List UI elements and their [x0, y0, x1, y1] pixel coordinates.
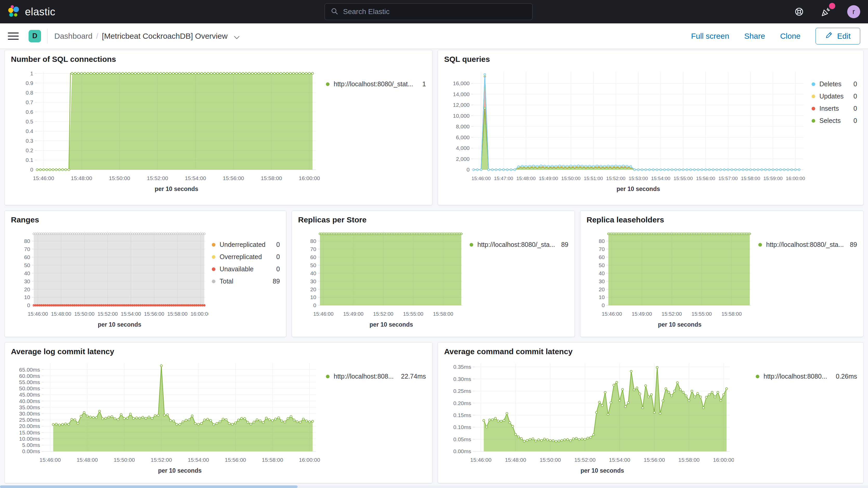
- chart-sql-connections[interactable]: 00.10.20.30.40.50.60.70.80.9115:46:0015:…: [11, 66, 320, 196]
- svg-text:65.00ms: 65.00ms: [19, 367, 40, 373]
- svg-text:15:50:00: 15:50:00: [109, 175, 130, 181]
- horizontal-scrollbar[interactable]: [0, 485, 868, 488]
- svg-text:16:00:00: 16:00:00: [713, 457, 734, 463]
- elastic-brand[interactable]: elastic: [8, 5, 55, 19]
- full-screen-button[interactable]: Full screen: [691, 32, 729, 40]
- svg-text:15:54:00: 15:54:00: [121, 311, 141, 317]
- svg-text:50: 50: [310, 262, 316, 268]
- chart-command-commit-latency[interactable]: 0.00ms0.05ms0.10ms0.15ms0.20ms0.25ms0.30…: [444, 358, 734, 476]
- legend-label: Inserts: [819, 105, 839, 112]
- share-button[interactable]: Share: [744, 32, 765, 40]
- svg-text:30: 30: [24, 278, 30, 284]
- panel-title[interactable]: Ranges: [11, 215, 280, 224]
- chart-replica-leaseholders[interactable]: 0102030405060708015:46:0015:49:0015:52:0…: [587, 226, 754, 330]
- legend-item[interactable]: Inserts0: [812, 105, 857, 112]
- hamburger-menu-icon[interactable]: [8, 32, 19, 40]
- svg-text:15:49:00: 15:49:00: [343, 311, 364, 317]
- legend-item[interactable]: Selects0: [812, 117, 857, 124]
- svg-text:70: 70: [24, 246, 30, 252]
- svg-text:4,000: 4,000: [456, 145, 470, 151]
- legend-item[interactable]: Overreplicated0: [212, 253, 280, 261]
- svg-text:15:58:00: 15:58:00: [678, 457, 700, 463]
- search-input[interactable]: Search Elastic: [324, 3, 532, 20]
- svg-text:15:46:00: 15:46:00: [602, 311, 622, 317]
- svg-text:15:55:00: 15:55:00: [691, 311, 712, 317]
- panel-title[interactable]: Replicas per Store: [298, 215, 568, 224]
- svg-text:15:56:00: 15:56:00: [223, 175, 244, 181]
- legend-item[interactable]: Underreplicated0: [212, 241, 280, 248]
- search-placeholder: Search Elastic: [343, 7, 390, 16]
- legend-item[interactable]: Unavailable0: [212, 265, 280, 273]
- svg-text:60: 60: [310, 254, 316, 260]
- chart-legend: http://localhost:8080...0.26ms: [756, 358, 857, 476]
- legend-label: Selects: [819, 117, 841, 124]
- legend-value: 22.74ms: [398, 373, 426, 380]
- legend-series-dot-icon: [326, 375, 330, 378]
- legend-series-dot-icon: [212, 255, 215, 259]
- legend-item[interactable]: Deletes0: [812, 80, 857, 88]
- dashboard-app-tile[interactable]: D: [29, 30, 41, 42]
- chart-ranges[interactable]: 0102030405060708015:46:0015:48:0015:50:0…: [11, 226, 209, 330]
- panel-title[interactable]: Replica leaseholders: [587, 215, 857, 224]
- legend-item[interactable]: http://localhost:8080/_sta...89: [470, 241, 568, 248]
- legend-label: Updates: [819, 92, 844, 100]
- chart-sql-queries[interactable]: 02,0004,0006,0008,00010,00012,00014,0001…: [444, 66, 808, 196]
- legend-label: Underreplicated: [220, 241, 266, 248]
- legend-value: 0: [850, 105, 857, 112]
- chart-legend: Underreplicated0Overreplicated0Unavailab…: [212, 226, 280, 330]
- svg-text:60: 60: [599, 254, 605, 260]
- legend-item[interactable]: http://localhost:808...22.74ms: [326, 373, 426, 380]
- svg-text:15:49:00: 15:49:00: [539, 176, 558, 181]
- svg-text:10: 10: [310, 294, 316, 300]
- svg-text:0.00ms: 0.00ms: [22, 448, 40, 454]
- chevron-down-icon[interactable]: [234, 32, 240, 41]
- scrollbar-thumb[interactable]: [0, 485, 298, 488]
- legend-label: http://localhost:8080/_stat...: [334, 80, 413, 88]
- chart-legend: http://localhost:8080/_sta...89: [470, 226, 568, 330]
- chart-replicas-per-store[interactable]: 0102030405060708015:46:0015:49:0015:52:0…: [298, 226, 466, 330]
- svg-text:80: 80: [310, 238, 316, 244]
- clone-button[interactable]: Clone: [780, 32, 800, 40]
- svg-text:0.1: 0.1: [26, 157, 33, 163]
- panel-title[interactable]: Number of SQL connections: [11, 55, 426, 64]
- legend-series-dot-icon: [756, 375, 760, 378]
- svg-text:0: 0: [601, 302, 605, 308]
- svg-text:15:54:00: 15:54:00: [185, 175, 206, 181]
- legend-item[interactable]: http://localhost:8080/_stat...1: [326, 80, 426, 88]
- svg-text:30: 30: [599, 278, 605, 284]
- legend-item[interactable]: http://localhost:8080...0.26ms: [756, 373, 857, 380]
- svg-text:per 10 seconds: per 10 seconds: [581, 467, 624, 474]
- svg-text:8,000: 8,000: [456, 123, 470, 129]
- user-avatar[interactable]: r: [847, 5, 860, 18]
- svg-text:20: 20: [599, 286, 605, 292]
- svg-text:15:46:00: 15:46:00: [471, 176, 491, 181]
- whats-new-icon[interactable]: [820, 6, 832, 18]
- panel-title[interactable]: Average log commit latency: [11, 347, 426, 356]
- breadcrumb-dashboard[interactable]: Dashboard: [54, 32, 93, 40]
- svg-text:0.6: 0.6: [26, 109, 33, 115]
- panel-title[interactable]: Average command commit latency: [444, 347, 857, 356]
- panel-title[interactable]: SQL queries: [444, 55, 857, 64]
- svg-text:0.2: 0.2: [26, 147, 33, 153]
- breadcrumb-separator: /: [96, 32, 98, 40]
- nav-separator: [47, 29, 48, 44]
- svg-text:16:00:00: 16:00:00: [299, 175, 320, 181]
- legend-label: Unavailable: [220, 265, 254, 273]
- legend-item[interactable]: Total89: [212, 277, 280, 285]
- chart-log-commit-latency[interactable]: 0.00ms5.00ms10.00ms15.00ms20.00ms25.00ms…: [11, 358, 320, 476]
- breadcrumb-current-title[interactable]: [Metricbeat CockroachDB] Overview: [102, 32, 228, 40]
- svg-text:16,000: 16,000: [453, 80, 470, 86]
- edit-button[interactable]: Edit: [815, 28, 860, 44]
- legend-value: 0: [850, 92, 857, 100]
- svg-text:15:50:00: 15:50:00: [539, 457, 561, 463]
- svg-text:15:54:00: 15:54:00: [609, 457, 630, 463]
- legend-series-dot-icon: [326, 82, 330, 86]
- svg-text:15:52:00: 15:52:00: [151, 457, 172, 463]
- svg-text:15:49:00: 15:49:00: [632, 311, 652, 317]
- legend-series-dot-icon: [812, 95, 815, 98]
- top-bar: elastic Search Elastic: [0, 0, 868, 23]
- legend-item[interactable]: Updates0: [812, 92, 857, 100]
- legend-item[interactable]: http://localhost:8080/_sta...89: [758, 241, 857, 248]
- help-icon[interactable]: [794, 6, 805, 17]
- svg-text:15:46:00: 15:46:00: [39, 457, 61, 463]
